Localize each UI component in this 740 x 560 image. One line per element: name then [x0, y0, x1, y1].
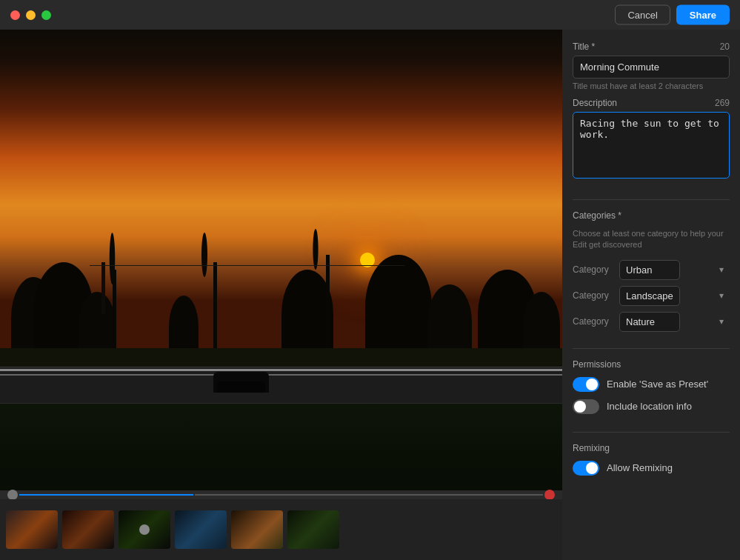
- divider-1: [573, 199, 730, 200]
- category-select-1[interactable]: Urban Landscape Nature Street Travel: [619, 260, 680, 280]
- close-button[interactable]: [10, 10, 20, 20]
- toggle-preset[interactable]: [573, 377, 599, 392]
- toggle-location-label: Include location info: [607, 401, 692, 412]
- categories-section: Categories * Choose at least one categor…: [573, 210, 730, 338]
- playhead-end: [544, 490, 555, 500]
- car-silhouette: [213, 372, 269, 393]
- timeline-progress: [19, 494, 193, 496]
- toggle-remixing-knob: [586, 462, 598, 474]
- description-field-row: Description 269 Racing the sun to get to…: [573, 98, 730, 181]
- categories-subtitle: Choose at least one category to help you…: [573, 228, 730, 251]
- toggle-preset-label: Enable 'Save as Preset': [607, 379, 708, 390]
- toggle-preset-row: Enable 'Save as Preset': [573, 377, 730, 392]
- title-label: Title *: [573, 41, 595, 52]
- photo-scene: [0, 30, 562, 560]
- title-field-row: Title * 20 Title must have at least 2 ch…: [573, 41, 730, 90]
- permissions-title: Permissions: [573, 359, 730, 370]
- thumbnail-6[interactable]: [287, 510, 339, 549]
- traffic-lights: [10, 10, 51, 20]
- title-label-row: Title * 20: [573, 41, 730, 52]
- permissions-section: Permissions Enable 'Save as Preset' Incl…: [573, 359, 730, 421]
- toggle-location[interactable]: [573, 399, 599, 414]
- titlebar: Cancel Share: [0, 0, 740, 30]
- category-row-2: Category Landscape Urban Nature Travel: [573, 286, 730, 306]
- toggle-location-row: Include location info: [573, 399, 730, 414]
- category-select-3[interactable]: Nature Urban Landscape Travel: [619, 312, 680, 332]
- category-row-3: Category Nature Urban Landscape Travel: [573, 312, 730, 332]
- category-select-2[interactable]: Landscape Urban Nature Travel: [619, 286, 680, 306]
- description-count: 269: [715, 98, 730, 108]
- main-layout: Title * 20 Title must have at least 2 ch…: [0, 30, 740, 560]
- category-label-2: Category: [573, 290, 613, 301]
- thumbnail-2[interactable]: [62, 510, 114, 549]
- title-count: 20: [720, 41, 730, 52]
- category-label-1: Category: [573, 264, 613, 275]
- toggle-remixing-row: Allow Remixing: [573, 461, 730, 476]
- title-hint: Title must have at least 2 characters: [573, 81, 730, 90]
- category-select-wrapper-3: Nature Urban Landscape Travel: [619, 312, 730, 332]
- toggle-remixing[interactable]: [573, 461, 599, 476]
- timeline-bar[interactable]: [0, 490, 562, 499]
- toggle-location-knob: [574, 401, 586, 413]
- titlebar-actions: Cancel Share: [615, 5, 730, 25]
- playhead-start: [7, 490, 18, 500]
- cancel-button[interactable]: Cancel: [615, 5, 670, 25]
- photo-panel: [0, 30, 562, 560]
- thumbnail-3[interactable]: [119, 510, 170, 549]
- description-label: Description: [573, 98, 617, 108]
- categories-title: Categories *: [573, 210, 730, 221]
- thumbnail-4[interactable]: [175, 510, 227, 549]
- share-button[interactable]: Share: [676, 5, 730, 25]
- divider-3: [573, 432, 730, 433]
- description-label-row: Description 269: [573, 98, 730, 108]
- divider-2: [573, 348, 730, 349]
- category-row-1: Category Urban Landscape Nature Street T…: [573, 260, 730, 280]
- toggle-remixing-label: Allow Remixing: [607, 462, 673, 473]
- timeline-remaining: [195, 494, 543, 496]
- category-select-wrapper-2: Landscape Urban Nature Travel: [619, 286, 730, 306]
- remixing-title: Remixing: [573, 443, 730, 453]
- toggle-preset-knob: [586, 379, 598, 390]
- remixing-section: Remixing Allow Remixing: [573, 443, 730, 483]
- maximize-button[interactable]: [41, 10, 51, 20]
- thumbnail-1[interactable]: [6, 510, 58, 549]
- minimize-button[interactable]: [26, 10, 36, 20]
- category-label-3: Category: [573, 316, 613, 327]
- thumbnail-5[interactable]: [231, 510, 283, 549]
- title-input[interactable]: [573, 56, 730, 79]
- category-select-wrapper-1: Urban Landscape Nature Street Travel: [619, 260, 730, 280]
- treeline: [0, 262, 562, 359]
- thumbnail-strip: [0, 499, 562, 560]
- right-panel: Title * 20 Title must have at least 2 ch…: [562, 30, 740, 560]
- description-input[interactable]: Racing the sun to get to work.: [573, 112, 730, 179]
